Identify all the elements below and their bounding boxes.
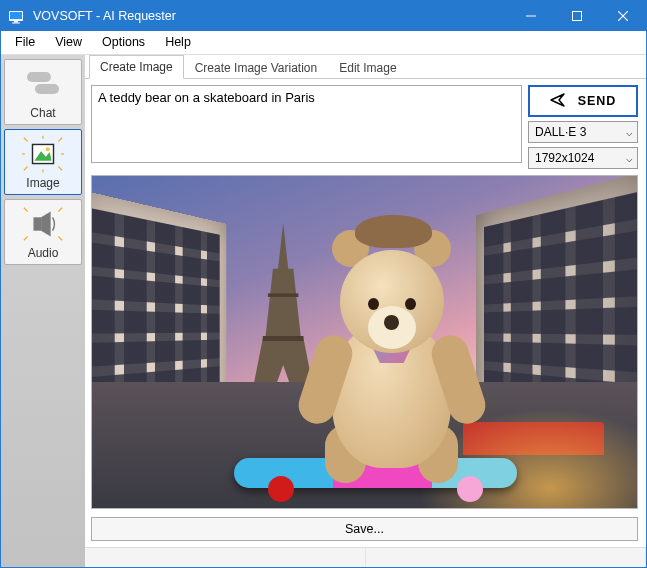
svg-line-21 <box>24 208 28 212</box>
svg-line-12 <box>24 166 28 170</box>
sidebar-item-label: Chat <box>30 106 55 120</box>
model-value: DALL·E 3 <box>535 125 586 139</box>
save-button[interactable]: Save... <box>91 517 638 541</box>
generated-image <box>91 175 638 509</box>
menu-view[interactable]: View <box>45 31 92 54</box>
menubar: File View Options Help <box>1 31 646 55</box>
send-icon <box>550 92 566 111</box>
sidebar-item-chat[interactable]: Chat <box>4 59 82 125</box>
statusbar <box>85 547 646 567</box>
svg-rect-2 <box>14 21 18 23</box>
svg-line-24 <box>58 236 62 240</box>
size-value: 1792x1024 <box>535 151 594 165</box>
maximize-button[interactable] <box>554 1 600 31</box>
prompt-input[interactable] <box>91 85 522 163</box>
tab-create-image[interactable]: Create Image <box>89 55 184 79</box>
close-button[interactable] <box>600 1 646 31</box>
tab-create-variation[interactable]: Create Image Variation <box>184 56 329 79</box>
svg-line-23 <box>24 236 28 240</box>
tab-edit-image[interactable]: Edit Image <box>328 56 407 79</box>
chevron-down-icon: ⌵ <box>626 126 633 139</box>
sidebar-item-label: Audio <box>28 246 59 260</box>
app-icon <box>1 8 31 24</box>
image-icon <box>22 136 64 172</box>
svg-rect-8 <box>27 72 51 82</box>
svg-rect-25 <box>33 217 41 230</box>
svg-line-10 <box>24 138 28 142</box>
svg-line-11 <box>58 138 62 142</box>
svg-line-22 <box>58 208 62 212</box>
sidebar: Chat Image Audio <box>1 55 85 567</box>
save-label: Save... <box>345 522 384 536</box>
menu-options[interactable]: Options <box>92 31 155 54</box>
svg-rect-1 <box>10 12 22 19</box>
minimize-button[interactable] <box>508 1 554 31</box>
send-label: SEND <box>578 94 617 108</box>
window-title: VOVSOFT - AI Requester <box>31 9 508 23</box>
svg-rect-3 <box>12 23 20 24</box>
svg-point-20 <box>46 147 50 151</box>
size-select[interactable]: 1792x1024 ⌵ <box>528 147 638 169</box>
svg-marker-26 <box>41 212 51 237</box>
tabs: Create Image Create Image Variation Edit… <box>85 55 646 79</box>
chevron-down-icon: ⌵ <box>626 152 633 165</box>
sidebar-item-audio[interactable]: Audio <box>4 199 82 265</box>
menu-file[interactable]: File <box>5 31 45 54</box>
svg-rect-5 <box>573 12 582 21</box>
audio-icon <box>22 206 64 242</box>
menu-help[interactable]: Help <box>155 31 201 54</box>
titlebar: VOVSOFT - AI Requester <box>1 1 646 31</box>
send-button[interactable]: SEND <box>528 85 638 117</box>
svg-line-13 <box>58 166 62 170</box>
svg-rect-9 <box>35 84 59 94</box>
model-select[interactable]: DALL·E 3 ⌵ <box>528 121 638 143</box>
sidebar-item-image[interactable]: Image <box>4 129 82 195</box>
sidebar-item-label: Image <box>26 176 59 190</box>
chat-icon <box>22 66 64 102</box>
